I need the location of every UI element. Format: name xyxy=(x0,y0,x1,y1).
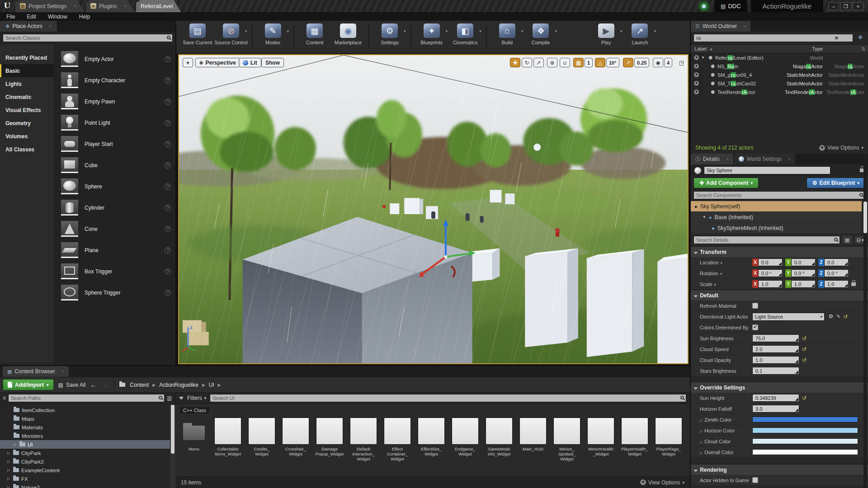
search-classes-input[interactable] xyxy=(3,34,173,42)
folder-tree-item[interactable]: Monsters xyxy=(0,432,170,440)
camera-speed-value[interactable]: 4 xyxy=(664,58,672,67)
stars-brightness-field[interactable]: 0.1 xyxy=(752,367,799,375)
sort-asc-icon[interactable]: ▲ xyxy=(709,47,713,51)
tree-scrollbar-thumb[interactable] xyxy=(171,405,175,454)
reset-icon[interactable]: ↺ xyxy=(802,346,807,352)
place-actor-item[interactable]: Empty Actor ? xyxy=(54,48,175,70)
y-axis-field[interactable]: Y1.0 xyxy=(785,280,816,288)
color-swatch[interactable] xyxy=(752,417,858,422)
asset-tile[interactable]: MinionHealth _Widget xyxy=(586,418,616,467)
expand-arrow-icon[interactable]: ▷ xyxy=(700,451,703,455)
asset-tile[interactable]: Default Interaction_ Widget xyxy=(349,418,378,467)
asset-tile[interactable]: Endgame_ Widget xyxy=(450,418,480,467)
help-icon[interactable]: ? xyxy=(165,226,171,232)
category-item[interactable]: Volumes xyxy=(0,130,54,143)
sources-toggle-icon[interactable]: ≡ xyxy=(3,395,6,401)
move-tool-icon[interactable]: ✚ xyxy=(510,58,520,67)
expand-arrow-icon[interactable]: ▼ xyxy=(701,56,706,60)
reset-icon[interactable]: ↺ xyxy=(802,395,807,401)
toolbar-button[interactable]: Compile xyxy=(524,23,557,45)
close-icon[interactable]: × xyxy=(61,369,64,374)
search-assets-input[interactable] xyxy=(210,394,686,402)
camera-speed-icon[interactable]: ◉ xyxy=(653,58,663,67)
chevron-down-icon[interactable]: ▾ xyxy=(620,29,623,33)
z-axis-field[interactable]: Z1.0 xyxy=(818,280,849,288)
asset-tile[interactable]: PlayerRage_ Widget xyxy=(654,418,684,467)
folder-tree-item[interactable]: Maps xyxy=(0,414,170,423)
expand-arrow-icon[interactable]: ▷ xyxy=(7,485,11,488)
outliner-row[interactable]: ⬢ TextRenderActor TextRenderActor TextRe… xyxy=(691,88,868,96)
place-actor-item[interactable]: Cylinder ? xyxy=(54,197,175,218)
close-icon[interactable]: × xyxy=(49,24,52,29)
section-override-settings[interactable]: Override Settings xyxy=(691,382,868,393)
toolbar-button[interactable]: Save Current xyxy=(181,23,214,45)
chevron-down-icon[interactable]: ▾ xyxy=(654,29,656,33)
z-axis-field[interactable]: Z0.0 xyxy=(818,258,849,266)
view-mode-button[interactable]: Lit xyxy=(239,58,261,67)
cloud-opacity-field[interactable]: 1.0 xyxy=(752,356,799,364)
add-import-button[interactable]: Add/Import ▾ xyxy=(3,379,54,390)
actor-filter-icon[interactable]: ❖ xyxy=(855,34,865,42)
cb-view-options[interactable]: View Options ▾ xyxy=(640,479,684,486)
horizon-falloff-field[interactable]: 3.0 xyxy=(752,405,799,413)
scale-lock-icon[interactable] xyxy=(851,282,856,286)
save-all-button[interactable]: ▤ Save All xyxy=(58,382,86,388)
property-matrix-icon[interactable]: ▦ xyxy=(842,235,853,244)
reset-icon[interactable]: ↺ xyxy=(802,357,807,363)
asset-tile[interactable]: PlayerHealth_ Widget xyxy=(620,418,650,467)
outliner-row[interactable]: ⬢ SM_TrashCan02 StaticMeshActor StaticMe… xyxy=(691,79,868,88)
visibility-eye-icon[interactable] xyxy=(694,55,699,60)
close-icon[interactable]: × xyxy=(124,4,127,9)
toolbar-button[interactable]: Settings xyxy=(373,23,406,45)
close-icon[interactable]: × xyxy=(788,157,791,162)
chevron-down-icon[interactable]: ▾ xyxy=(720,272,722,276)
expand-arrow-icon[interactable]: ▷ xyxy=(7,477,11,481)
folder-tree-item[interactable]: ▷ ExampleContent xyxy=(0,466,170,474)
window-tab[interactable]: ReferralLevel xyxy=(136,0,181,12)
scale-tool-icon[interactable]: ↗ xyxy=(533,58,544,67)
filters-button[interactable]: Filters▾ xyxy=(187,395,206,401)
window-tab[interactable]: ✦ Plugins × xyxy=(86,0,135,12)
toolbar-button[interactable]: Source Control xyxy=(214,23,248,45)
place-actor-item[interactable]: Empty Character ? xyxy=(54,70,175,91)
close-icon[interactable]: × xyxy=(743,24,746,29)
cloud-speed-field[interactable]: 2.0 xyxy=(752,345,799,353)
category-item[interactable]: Basic xyxy=(0,64,54,77)
component-row[interactable]: ● Sky Sphere(self) xyxy=(691,201,862,212)
search-details-input[interactable] xyxy=(693,236,840,244)
place-actor-item[interactable]: Box Trigger ? xyxy=(54,261,175,282)
help-icon[interactable]: ? xyxy=(165,141,171,147)
place-actor-item[interactable]: Sphere Trigger ? xyxy=(54,282,175,303)
level-viewport[interactable]: Z ▾ ◈ Perspective Lit Show ✚ ↻ ↗ ⊕ ∪ ▦ 1… xyxy=(178,54,689,364)
chevron-down-icon[interactable]: ▾ xyxy=(479,29,481,33)
visibility-eye-icon[interactable] xyxy=(694,72,699,77)
folder-tree-item[interactable]: ▷ FX xyxy=(0,474,170,483)
toolbar-button[interactable]: Modes xyxy=(256,23,290,45)
category-item[interactable]: Visual Effects xyxy=(0,103,54,117)
section-rendering[interactable]: Rendering xyxy=(691,464,868,475)
viewport-options-dropdown[interactable]: ▾ xyxy=(183,58,193,67)
minimize-button[interactable]: – xyxy=(828,2,839,10)
place-actor-item[interactable]: Player Start ? xyxy=(54,133,175,155)
x-axis-field[interactable]: X0.0 ° xyxy=(752,269,783,277)
place-actor-item[interactable]: Cone ? xyxy=(54,218,175,239)
scale-snap-icon[interactable]: ↗ xyxy=(623,58,633,67)
show-button[interactable]: Show xyxy=(261,58,284,67)
scale-snap-value[interactable]: 0.25 xyxy=(634,58,649,67)
color-swatch[interactable] xyxy=(752,438,858,444)
help-icon[interactable]: ? xyxy=(165,120,171,126)
category-item[interactable]: All Classes xyxy=(0,143,54,156)
folder-tree-item[interactable]: ▷ Nature2 xyxy=(0,483,170,488)
expand-arrow-icon[interactable]: ▼ xyxy=(703,215,706,219)
chevron-down-icon[interactable]: ▾ xyxy=(446,29,448,33)
toolbar-button[interactable]: Launch xyxy=(623,23,656,45)
category-item[interactable]: Geometry xyxy=(0,117,54,130)
collections-icon[interactable]: ▥ xyxy=(167,395,172,401)
expand-arrow-icon[interactable]: ▷ xyxy=(700,418,703,422)
asset-tile[interactable]: Minion_ Spotted_ Widget xyxy=(552,418,582,467)
asset-tile[interactable]: EffectSlot_ Widget xyxy=(416,418,446,467)
help-icon[interactable]: ? xyxy=(165,162,171,169)
breadcrumb-item[interactable]: Content xyxy=(130,382,149,388)
chevron-down-icon[interactable]: ▾ xyxy=(245,29,247,33)
outliner-search-input[interactable] xyxy=(693,34,853,42)
